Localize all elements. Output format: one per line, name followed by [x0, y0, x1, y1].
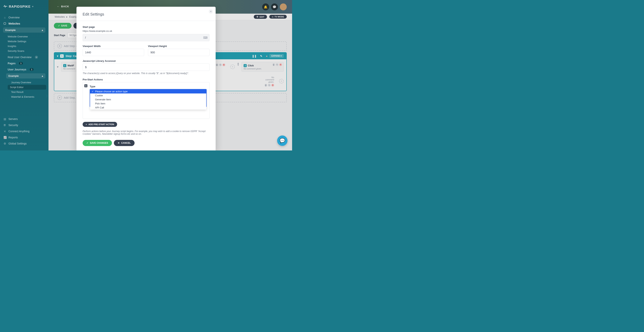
- start-page-url: https://www.example.co.uk: [82, 30, 210, 33]
- plus-icon: +: [86, 123, 87, 125]
- viewport-width-input[interactable]: [82, 49, 144, 56]
- add-prestart-button[interactable]: +ADD PRE-START ACTION: [82, 122, 117, 127]
- chat-icon: 💬: [280, 138, 285, 143]
- type-dropdown-list: Please choose an action type Cookie Gene…: [90, 89, 206, 110]
- modal-title: Edit Settings: [82, 12, 210, 17]
- dropdown-option-placeholder[interactable]: Please choose an action type: [90, 89, 206, 93]
- save-changes-button[interactable]: ✓SAVE CHANGES: [82, 140, 112, 146]
- dropdown-option-cookie[interactable]: Cookie: [90, 93, 206, 97]
- chat-widget[interactable]: 💬: [277, 135, 288, 146]
- dropdown-option-pick[interactable]: Pick Item: [90, 101, 206, 106]
- prestart-action-box: 1 Type Please choose an action type Cook…: [82, 82, 210, 119]
- prestart-label: Pre-Start Actions: [82, 78, 210, 81]
- dropdown-option-api[interactable]: API Call: [90, 106, 206, 110]
- cancel-button[interactable]: ✕CANCEL: [114, 140, 134, 146]
- modal-close-button[interactable]: ✕: [209, 10, 213, 14]
- js-accessor-help: The character(s) used to access jQuery o…: [82, 72, 210, 75]
- keyboard-icon[interactable]: ⌨: [203, 36, 208, 40]
- prestart-number: 1: [84, 84, 88, 87]
- type-label: Type: [90, 85, 206, 88]
- js-accessor-input[interactable]: [82, 64, 210, 71]
- close-icon: ✕: [210, 10, 212, 13]
- check-icon: ✓: [86, 142, 88, 144]
- close-icon: ✕: [118, 142, 120, 144]
- dropdown-option-generate[interactable]: Generate Item: [90, 97, 206, 101]
- start-page-input[interactable]: [82, 34, 210, 41]
- prestart-help: Perform actions before your Journey scri…: [82, 130, 210, 135]
- viewport-height-label: Viewport Height: [148, 45, 210, 48]
- viewport-width-label: Viewport Width: [82, 45, 144, 48]
- edit-settings-modal: ✕ Edit Settings Start page https://www.e…: [76, 7, 216, 150]
- viewport-height-input[interactable]: [148, 49, 210, 56]
- type-select[interactable]: Please choose an action type Cookie Gene…: [90, 89, 206, 107]
- js-accessor-label: Javascript Library Accessor: [82, 60, 210, 62]
- start-page-label: Start page: [82, 26, 210, 28]
